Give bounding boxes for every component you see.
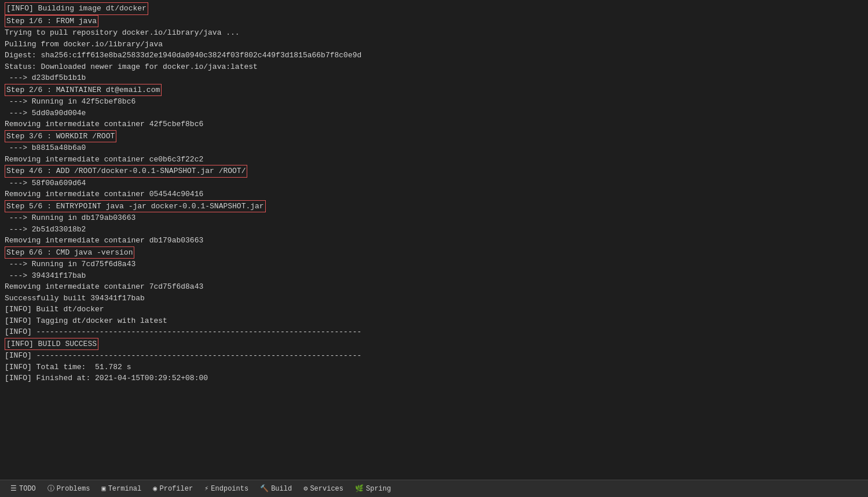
build-success-highlight: [INFO] BUILD SUCCESS <box>5 338 98 351</box>
terminal-line: Status: Downloaded newer image for docke… <box>5 61 863 73</box>
terminal-line: Removing intermediate container ce0b6c3f… <box>5 154 863 165</box>
spring-label: Spring <box>366 485 391 493</box>
status-item-terminal[interactable]: ▣Terminal <box>96 480 147 497</box>
terminal-line: ---> d23bdf5b1b1b <box>5 72 863 84</box>
terminal-line: ---> 2b51d33018b2 <box>5 224 863 235</box>
terminal-line: Removing intermediate container 7cd75f6d… <box>5 281 863 293</box>
terminal-line: Step 3/6 : WORKDIR /ROOT <box>5 130 863 143</box>
terminal-line: [INFO] Total time: 51.782 s <box>5 362 863 373</box>
terminal-line: [INFO] ---------------------------------… <box>5 326 863 338</box>
info-highlight: [INFO] Building image dt/docker <box>5 2 148 15</box>
terminal-line: ---> 58f00a609d64 <box>5 178 863 189</box>
terminal-line: [INFO] Finished at: 2021-04-15T00:29:52+… <box>5 373 863 384</box>
terminal-line: Removing intermediate container 054544c9… <box>5 189 863 200</box>
status-item-spring[interactable]: 🌿Spring <box>349 480 397 497</box>
terminal-line: Trying to pull repository docker.io/libr… <box>5 27 863 39</box>
step-highlight: Step 4/6 : ADD /ROOT/docker-0.0.1-SNAPSH… <box>5 165 247 178</box>
status-item-build[interactable]: 🔨Build <box>254 480 298 497</box>
terminal-line: Removing intermediate container 42f5cbef… <box>5 119 863 130</box>
status-item-services[interactable]: ⚙Services <box>298 480 349 497</box>
terminal-line: [INFO] Built dt/docker <box>5 304 863 315</box>
spring-icon: 🌿 <box>355 484 364 493</box>
terminal-line: ---> 5dd0a90d004e <box>5 108 863 119</box>
terminal-line: Pulling from docker.io/library/java <box>5 39 863 50</box>
status-item-problems[interactable]: ⓘProblems <box>42 480 96 497</box>
step-highlight: Step 1/6 : FROM java <box>5 15 98 28</box>
step-highlight: Step 2/6 : MAINTAINER dt@email.com <box>5 84 162 97</box>
terminal-line: ---> Running in 42f5cbef8bc6 <box>5 96 863 108</box>
todo-icon: ☰ <box>10 484 17 493</box>
status-item-profiler[interactable]: ◉Profiler <box>147 480 199 497</box>
terminal-line: Step 2/6 : MAINTAINER dt@email.com <box>5 84 863 97</box>
terminal-line: [INFO] BUILD SUCCESS <box>5 338 863 351</box>
profiler-icon: ◉ <box>153 484 157 493</box>
step-highlight: Step 6/6 : CMD java -version <box>5 246 134 259</box>
endpoints-label: Endpoints <box>211 485 248 493</box>
status-bar: ☰TODOⓘProblems▣Terminal◉Profiler⚡Endpoin… <box>0 480 868 497</box>
terminal-line: ---> b8815a48b6a0 <box>5 142 863 154</box>
step-highlight: Step 3/6 : WORKDIR /ROOT <box>5 130 116 143</box>
terminal-line: ---> Running in 7cd75f6d8a43 <box>5 259 863 270</box>
todo-label: TODO <box>19 485 36 493</box>
profiler-label: Profiler <box>160 485 193 493</box>
terminal-line: Removing intermediate container db179ab0… <box>5 235 863 246</box>
terminal-line: [INFO] ---------------------------------… <box>5 350 863 362</box>
terminal-line: [INFO] Building image dt/docker <box>5 2 863 15</box>
services-icon: ⚙ <box>303 484 307 493</box>
services-label: Services <box>310 485 343 493</box>
step-highlight: Step 5/6 : ENTRYPOINT java -jar docker-0… <box>5 200 266 213</box>
build-label: Build <box>271 485 292 493</box>
status-item-endpoints[interactable]: ⚡Endpoints <box>199 480 254 497</box>
terminal-line: [INFO] Tagging dt/docker with latest <box>5 315 863 327</box>
terminal-line: Digest: sha256:c1ff613e8ba25833d2e1940da… <box>5 50 863 61</box>
endpoints-icon: ⚡ <box>204 484 208 493</box>
problems-label: Problems <box>57 485 90 493</box>
terminal-line: Step 6/6 : CMD java -version <box>5 246 863 259</box>
terminal-icon: ▣ <box>101 484 105 493</box>
status-item-todo[interactable]: ☰TODO <box>5 480 42 497</box>
terminal-output: [INFO] Building image dt/dockerStep 1/6 … <box>0 0 868 480</box>
terminal-line: Step 1/6 : FROM java <box>5 15 863 28</box>
terminal-label: Terminal <box>108 485 142 493</box>
problems-icon: ⓘ <box>47 484 54 494</box>
terminal-line: Step 5/6 : ENTRYPOINT java -jar docker-0… <box>5 200 863 213</box>
terminal-line: ---> 394341f17bab <box>5 270 863 282</box>
terminal-line: ---> Running in db179ab03663 <box>5 212 863 224</box>
terminal-line: Step 4/6 : ADD /ROOT/docker-0.0.1-SNAPSH… <box>5 165 863 178</box>
terminal-line: Successfully built 394341f17bab <box>5 293 863 304</box>
build-icon: 🔨 <box>260 484 269 493</box>
